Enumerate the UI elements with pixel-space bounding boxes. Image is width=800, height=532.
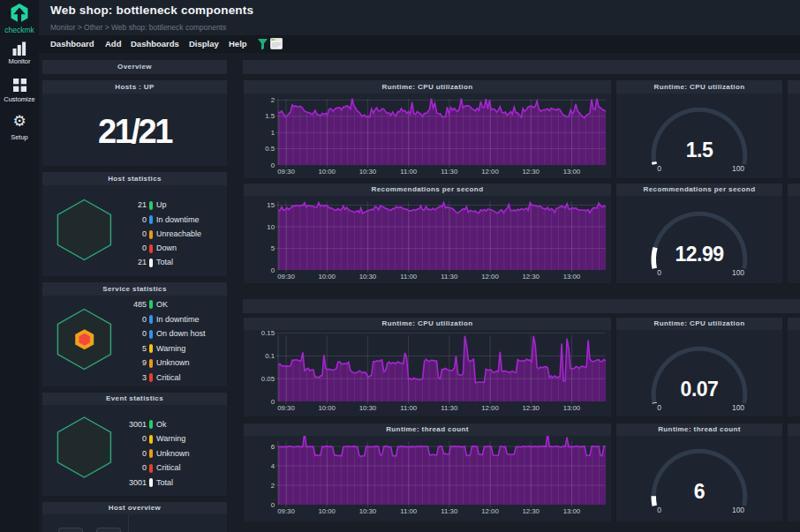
svg-text:11:00: 11:00 <box>400 404 418 412</box>
svg-text:13:00: 13:00 <box>563 273 581 281</box>
svg-text:0.15: 0.15 <box>261 330 275 337</box>
svg-text:0.1: 0.1 <box>265 352 275 360</box>
svg-text:1.5: 1.5 <box>265 112 275 120</box>
svg-text:10: 10 <box>267 223 275 231</box>
svg-text:10:00: 10:00 <box>318 404 336 412</box>
svg-text:0: 0 <box>271 161 275 169</box>
svg-text:13:00: 13:00 <box>563 404 581 412</box>
svg-text:10:30: 10:30 <box>359 404 377 412</box>
svg-text:2: 2 <box>271 482 275 490</box>
svg-text:0: 0 <box>657 403 661 412</box>
svg-text:11:30: 11:30 <box>441 404 458 412</box>
svg-text:0.07: 0.07 <box>681 378 719 401</box>
svg-text:09:30: 09:30 <box>277 507 295 515</box>
svg-text:0: 0 <box>271 266 275 274</box>
svg-text:100: 100 <box>732 506 744 514</box>
svg-text:09:30: 09:30 <box>277 404 295 412</box>
svg-text:0.5: 0.5 <box>265 145 275 153</box>
svg-text:10:30: 10:30 <box>359 168 377 176</box>
svg-text:0: 0 <box>657 268 661 277</box>
svg-text:100: 100 <box>732 403 744 412</box>
svg-text:12:30: 12:30 <box>522 507 540 515</box>
svg-text:12:30: 12:30 <box>522 168 540 176</box>
svg-text:12:00: 12:00 <box>481 273 499 281</box>
svg-text:1.5: 1.5 <box>686 139 713 161</box>
svg-text:13:00: 13:00 <box>563 507 581 515</box>
svg-text:6: 6 <box>694 480 705 503</box>
svg-text:5: 5 <box>271 244 275 252</box>
svg-text:4: 4 <box>271 462 275 470</box>
svg-text:10:00: 10:00 <box>318 273 336 281</box>
svg-text:0: 0 <box>657 164 661 173</box>
svg-text:12.99: 12.99 <box>675 243 723 266</box>
svg-text:09:30: 09:30 <box>277 168 295 176</box>
svg-text:12:00: 12:00 <box>481 168 499 176</box>
svg-text:0: 0 <box>657 506 661 514</box>
svg-text:2: 2 <box>271 96 275 104</box>
svg-text:12:30: 12:30 <box>522 273 540 281</box>
svg-text:0: 0 <box>271 398 275 406</box>
svg-text:10:30: 10:30 <box>359 507 377 515</box>
svg-text:1: 1 <box>271 129 275 137</box>
svg-text:15: 15 <box>267 201 275 209</box>
svg-text:10:00: 10:00 <box>318 168 336 176</box>
svg-text:0.05: 0.05 <box>261 375 275 383</box>
svg-text:12:00: 12:00 <box>481 404 499 412</box>
svg-text:11:30: 11:30 <box>441 168 458 176</box>
svg-text:09:30: 09:30 <box>277 273 295 281</box>
svg-text:11:00: 11:00 <box>400 168 418 176</box>
svg-text:12:00: 12:00 <box>481 507 499 515</box>
svg-text:10:00: 10:00 <box>318 507 336 515</box>
svg-text:11:30: 11:30 <box>441 507 458 515</box>
svg-text:11:00: 11:00 <box>400 273 418 281</box>
svg-text:100: 100 <box>732 268 744 277</box>
svg-text:6: 6 <box>271 443 275 451</box>
svg-text:11:00: 11:00 <box>400 507 418 515</box>
svg-text:0: 0 <box>271 501 275 509</box>
svg-text:10:30: 10:30 <box>359 273 377 281</box>
svg-text:100: 100 <box>732 164 744 173</box>
svg-text:11:30: 11:30 <box>441 273 458 281</box>
svg-text:13:00: 13:00 <box>563 168 581 176</box>
svg-text:12:30: 12:30 <box>522 404 540 412</box>
